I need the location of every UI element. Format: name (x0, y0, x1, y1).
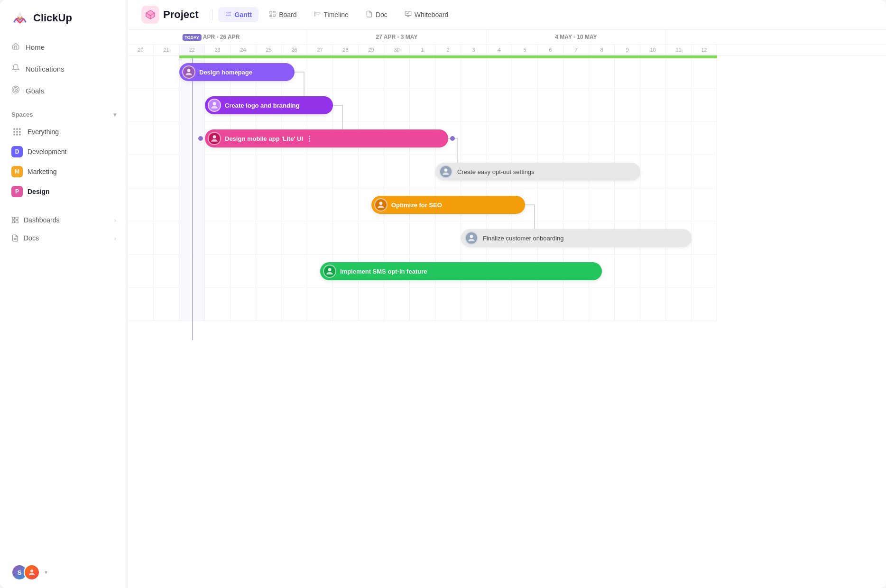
task-bar-create-opt-out[interactable]: Create easy opt-out settings (435, 163, 640, 181)
day-cell-7: 7 (563, 45, 589, 55)
sidebar-item-development[interactable]: D Development (0, 142, 128, 162)
grid-cell-4-4 (231, 188, 256, 221)
svg-rect-14 (16, 217, 18, 220)
timeline-icon (314, 10, 321, 18)
day-cell-27: 27 (307, 45, 333, 55)
grid-cell-3-11 (410, 155, 435, 188)
task-bar-finalize-onboarding[interactable]: Finalize customer onboarding (461, 229, 692, 247)
tab-doc[interactable]: Doc (359, 7, 394, 22)
task-avatar-implement-sms (323, 265, 336, 278)
sidebar-item-everything[interactable]: Everything (0, 122, 128, 142)
svg-point-4 (13, 128, 15, 130)
grid-cell-1-8 (333, 89, 359, 121)
svg-point-5 (16, 128, 18, 130)
home-icon (11, 42, 20, 52)
grid-cell-4-21 (666, 188, 692, 221)
task-label-design-mobile: Design mobile app 'Lite' UI (225, 135, 303, 142)
grid-cell-2-19 (615, 122, 640, 155)
avatar-user2[interactable] (24, 564, 40, 580)
svg-point-33 (187, 69, 191, 72)
today-line (192, 55, 193, 340)
grid-cell-5-1 (154, 221, 179, 254)
docs-label: Docs (24, 234, 39, 242)
grid-cell-0-0 (128, 55, 154, 88)
task-bar-create-logo[interactable]: Create logo and branding (205, 96, 333, 114)
grid-cell-4-18 (589, 188, 615, 221)
spaces-label: Spaces (11, 111, 33, 118)
grid-cell-7-19 (615, 288, 640, 321)
day-cell-25: 25 (256, 45, 282, 55)
tab-board[interactable]: Board (262, 7, 303, 22)
grid-cell-1-10 (384, 89, 410, 121)
grid-cell-3-4 (231, 155, 256, 188)
tab-gantt[interactable]: Gantt (218, 7, 259, 22)
project-cube-icon (145, 9, 156, 20)
week-cell-2: 4 MAY - 10 MAY (487, 30, 666, 44)
grid-cell-2-18 (589, 122, 615, 155)
grid-cell-0-21 (666, 55, 692, 88)
sidebar-item-design[interactable]: P Design (0, 182, 128, 202)
spaces-chevron-icon[interactable]: ▾ (113, 111, 116, 118)
grid-cell-3-3 (205, 155, 231, 188)
grid-cell-7-10 (384, 288, 410, 321)
nav-goals[interactable]: Goals (0, 80, 128, 101)
grid-cell-7-0 (128, 288, 154, 321)
grid-cell-5-6 (282, 221, 307, 254)
sidebar-item-marketing[interactable]: M Marketing (0, 162, 128, 182)
day-cell-26: 26 (282, 45, 307, 55)
clickup-logo-icon (11, 9, 28, 27)
task-avatar-optimize-seo (374, 198, 388, 211)
svg-rect-15 (12, 220, 15, 223)
grid-cell-7-5 (256, 288, 282, 321)
sidebar-footer: S ▾ (0, 557, 128, 588)
whiteboard-icon (405, 10, 412, 18)
grid-cell-1-12 (435, 89, 461, 121)
tab-timeline[interactable]: Timeline (307, 7, 355, 22)
tab-whiteboard[interactable]: Whiteboard (398, 7, 455, 22)
grid-cell-5-8 (333, 221, 359, 254)
grid-row-7 (128, 288, 717, 321)
grid-cell-4-7 (307, 188, 333, 221)
board-tab-label: Board (279, 11, 296, 18)
svg-rect-27 (270, 15, 272, 17)
grid-cell-1-11 (410, 89, 435, 121)
task-handle-right[interactable] (450, 136, 455, 141)
grid-cell-5-3 (205, 221, 231, 254)
avatar-dropdown-icon[interactable]: ▾ (45, 569, 47, 576)
grid-cell-4-22 (692, 188, 717, 221)
gantt-area[interactable]: 20 APR - 26 APR27 APR - 3 MAY4 MAY - 10 … (128, 30, 886, 588)
grid-cell-1-16 (538, 89, 563, 121)
grid-cell-0-12 (435, 55, 461, 88)
grid-cell-5-5 (256, 221, 282, 254)
day-cell-2: 2 (435, 45, 461, 55)
day-cell-10: 10 (640, 45, 666, 55)
grid-cell-7-20 (640, 288, 666, 321)
nav-home[interactable]: Home (0, 36, 128, 58)
grid-cell-1-21 (666, 89, 692, 121)
task-bar-design-homepage[interactable]: Design homepage (179, 63, 295, 81)
grid-cell-1-19 (615, 89, 640, 121)
nav-notifications[interactable]: Notifications (0, 58, 128, 80)
task-bar-optimize-seo[interactable]: Optimize for SEO (371, 196, 525, 214)
day-cell-3: 3 (461, 45, 487, 55)
gantt-tab-icon (225, 10, 232, 19)
task-bar-implement-sms[interactable]: Implement SMS opt-in feature (320, 262, 602, 280)
sidebar-item-docs[interactable]: Docs › (0, 229, 128, 247)
gantt-body: Design homepageCreate logo and brandingD… (128, 55, 717, 340)
day-cell-24: 24 (231, 45, 256, 55)
docs-icon (11, 234, 19, 242)
design-space-icon: P (11, 186, 23, 197)
week-cell-0: 20 APR - 26 APR (128, 30, 307, 44)
topbar: Project Gantt Board (128, 0, 886, 30)
grid-cell-3-1 (154, 155, 179, 188)
grid-cell-7-14 (487, 288, 512, 321)
day-cell-30: 30 (384, 45, 410, 55)
grid-cell-0-17 (563, 55, 589, 88)
task-bar-design-mobile[interactable]: Design mobile app 'Lite' UI (205, 129, 448, 147)
grid-cell-6-4 (231, 255, 256, 287)
spaces-section-header: Spaces ▾ (0, 101, 128, 122)
grid-cell-1-14 (487, 89, 512, 121)
task-avatar-design-mobile (208, 132, 221, 145)
task-handle-left[interactable] (198, 136, 203, 141)
sidebar-item-dashboards[interactable]: Dashboards › (0, 211, 128, 229)
